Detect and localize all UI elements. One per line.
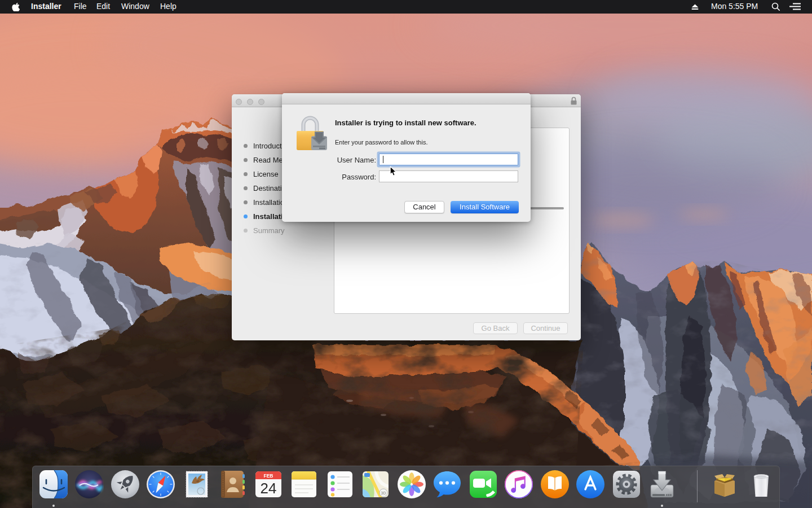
svg-text:FEB: FEB (264, 473, 273, 479)
svg-text:3D: 3D (381, 491, 386, 495)
svg-text:24: 24 (261, 480, 277, 497)
